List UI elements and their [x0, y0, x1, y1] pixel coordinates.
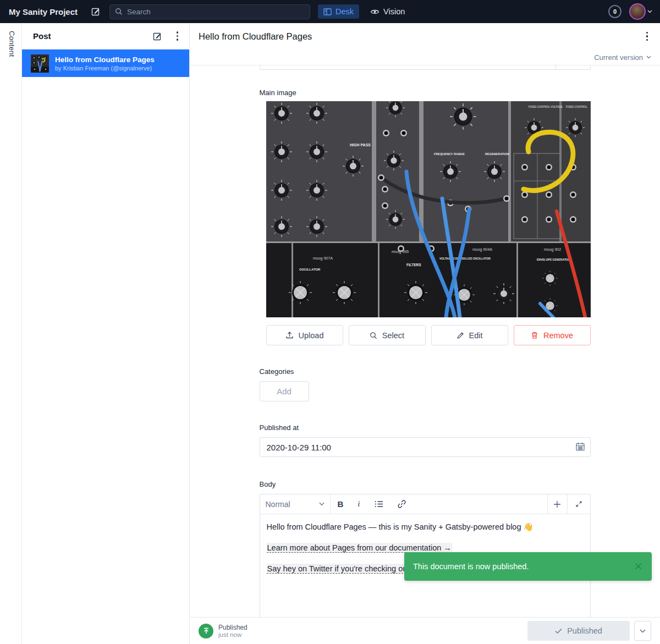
tab-content[interactable]: Content — [6, 31, 16, 57]
tab-vision[interactable]: Vision — [365, 4, 410, 19]
editor-toolbar: Normal B i — [260, 494, 590, 514]
document-subheader: Current version — [190, 49, 660, 65]
document-header: Hello from Cloudflare Pages — [190, 23, 660, 49]
upload-icon — [285, 331, 294, 339]
svg-text:ENVELOPE GENERATOR: ENVELOPE GENERATOR — [537, 258, 570, 261]
document-form-scroll: Main image — [190, 65, 660, 617]
remove-label: Remove — [543, 331, 573, 340]
new-document-button[interactable] — [91, 7, 101, 16]
version-label: Current version — [594, 53, 643, 62]
chevron-down-icon — [319, 502, 324, 506]
calendar-icon[interactable] — [575, 442, 585, 452]
svg-text:FIXED CONTROL: FIXED CONTROL — [566, 106, 587, 108]
categories-label: Categories — [260, 367, 591, 376]
main-image-field: HIGH PASS FREQUENCY RANGE REGENERATION F… — [260, 101, 591, 345]
document-list-pane: Post — [22, 23, 190, 644]
document-pane: Hello from Cloudflare Pages Current vers… — [190, 23, 660, 644]
link-button[interactable] — [391, 494, 413, 514]
user-menu[interactable] — [629, 3, 652, 20]
close-icon[interactable]: ✕ — [634, 561, 643, 572]
chevron-down-icon — [640, 629, 646, 633]
tab-desk[interactable]: Desk — [318, 4, 359, 19]
publish-button-label: Published — [567, 626, 602, 635]
svg-text:FREQUENCY RANGE: FREQUENCY RANGE — [434, 152, 465, 156]
document-footer: Published just now Published — [190, 617, 660, 644]
compose-icon — [91, 7, 101, 16]
body-link-documentation[interactable]: Learn more about Pages from our document… — [267, 543, 452, 553]
insert-block-button[interactable] — [547, 494, 567, 514]
svg-text:FIXED CONTROL VOLTAGE: FIXED CONTROL VOLTAGE — [529, 106, 563, 108]
avatar — [629, 3, 646, 20]
list-item[interactable]: Hello from Cloudflare Pages by Kristian … — [22, 49, 189, 77]
desk-icon — [323, 8, 332, 15]
published-at-input[interactable] — [260, 437, 591, 457]
list-item-title: Hello from Cloudflare Pages — [55, 55, 155, 64]
bullet-list-icon — [375, 500, 383, 508]
tool-rail: Content — [0, 23, 22, 644]
italic-button[interactable]: i — [350, 494, 367, 514]
text-style-dropdown[interactable]: Normal — [260, 494, 331, 514]
svg-text:OSCILLATOR: OSCILLATOR — [299, 268, 321, 271]
desk-label: Desk — [336, 7, 354, 16]
list-item-text: Hello from Cloudflare Pages by Kristian … — [55, 55, 155, 72]
check-icon — [555, 628, 562, 634]
svg-text:FILTERS: FILTERS — [406, 263, 421, 267]
publish-status-text: Published just now — [218, 624, 248, 639]
svg-text:moog 902: moog 902 — [544, 247, 561, 252]
add-category-button[interactable]: Add — [260, 381, 309, 401]
svg-text:VOLTAGE CONTROLLED OSCILLATOR: VOLTAGE CONTROLLED OSCILLATOR — [439, 257, 491, 260]
edit-button[interactable]: Edit — [431, 325, 508, 345]
search-input[interactable] — [127, 8, 305, 16]
bullet-list-button[interactable] — [367, 494, 391, 514]
pencil-icon — [457, 332, 464, 339]
project-title: My Sanity Project — [9, 7, 78, 16]
svg-text:REGENERATION: REGENERATION — [485, 152, 509, 156]
upload-button[interactable]: Upload — [266, 325, 343, 345]
body-label: Body — [260, 480, 591, 488]
top-navbar: My Sanity Project — [0, 0, 660, 23]
search-bar[interactable] — [109, 4, 310, 19]
document-form: Main image — [260, 65, 591, 617]
compose-icon[interactable] — [152, 31, 162, 41]
select-label: Select — [382, 331, 404, 340]
publish-status-title: Published — [218, 624, 248, 631]
chevron-down-icon — [646, 56, 651, 59]
link-icon — [398, 500, 406, 508]
format-buttons: B i — [331, 494, 413, 514]
image-button-row: Upload Select — [266, 325, 591, 345]
upload-label: Upload — [299, 331, 324, 340]
text-style-value: Normal — [266, 500, 290, 509]
eye-icon — [370, 8, 380, 15]
published-at-field — [260, 437, 591, 457]
remove-button[interactable]: Remove — [514, 325, 591, 345]
select-button[interactable]: Select — [349, 325, 426, 345]
fullscreen-button[interactable] — [567, 494, 590, 514]
publish-status-icon — [199, 624, 213, 639]
list-pane-title: Post — [33, 31, 51, 41]
list-item-thumbnail — [31, 54, 49, 73]
main-image-label: Main image — [260, 89, 591, 97]
search-icon — [115, 8, 123, 15]
tasks-badge[interactable]: 0 — [608, 5, 622, 18]
body-paragraph: Hello from Cloudflare Pages — this is my… — [267, 521, 584, 533]
bold-button[interactable]: B — [331, 494, 351, 514]
navbar-right: 0 — [608, 3, 652, 20]
toast-message: This document is now published. — [413, 562, 529, 571]
list-pane-actions — [152, 30, 180, 42]
published-at-label: Published at — [260, 423, 591, 432]
partial-input-field[interactable] — [260, 65, 591, 70]
chevron-down-icon — [647, 10, 652, 13]
document-title: Hello from Cloudflare Pages — [199, 31, 312, 42]
svg-text:moog 907A: moog 907A — [313, 256, 333, 261]
version-dropdown[interactable]: Current version — [594, 53, 651, 62]
main-image-preview[interactable]: HIGH PASS FREQUENCY RANGE REGENERATION F… — [266, 101, 591, 317]
trash-icon — [531, 331, 538, 339]
svg-text:moog 904A: moog 904A — [472, 247, 492, 252]
kebab-menu-icon[interactable] — [645, 31, 650, 42]
publish-toast: This document is now published. ✕ — [404, 552, 652, 581]
publish-button[interactable]: Published — [527, 621, 630, 641]
sanity-studio: My Sanity Project — [0, 0, 660, 644]
publish-menu-button[interactable] — [634, 621, 651, 641]
list-item-subtitle: by Kristian Freeman (@signalnerve) — [55, 64, 155, 72]
kebab-menu-icon[interactable] — [175, 30, 180, 42]
